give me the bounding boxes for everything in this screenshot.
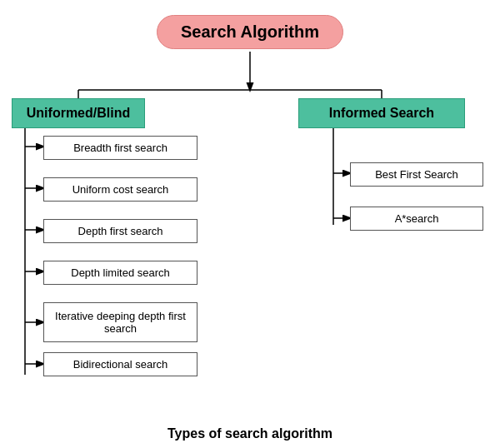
informed-category: Informed Search (298, 98, 465, 128)
connector-lines (0, 0, 500, 408)
root-node: Search Algorithm (157, 15, 343, 49)
uninformed-category: Uniformed/Blind (12, 98, 145, 128)
item-uniform-cost-search: Uniform cost search (43, 177, 198, 202)
item-depth-limited-search: Depth limited search (43, 261, 198, 285)
item-breadth-first-search: Breadth first search (43, 136, 198, 160)
item-best-first-search: Best First Search (350, 162, 483, 187)
uninformed-label: Uniformed/Blind (27, 106, 130, 120)
item-iterative-deepening-dfs: Iterative deeping depth first search (43, 302, 198, 342)
item-a-star-search: A*search (350, 207, 483, 231)
item-depth-first-search: Depth first search (43, 219, 198, 243)
informed-label: Informed Search (329, 106, 434, 120)
root-label: Search Algorithm (181, 22, 319, 41)
diagram-caption: Types of search algorithm (0, 426, 500, 441)
item-bidirectional-search: Bidirectional search (43, 352, 198, 376)
diagram: Search Algorithm (0, 0, 500, 408)
